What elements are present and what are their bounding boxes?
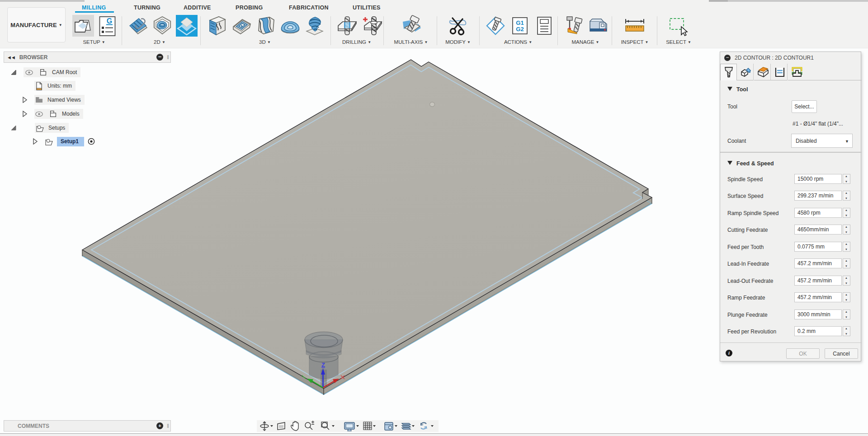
svg-text:G2: G2 — [516, 26, 524, 33]
svg-text:G1: G1 — [516, 19, 524, 26]
svg-text:Z: Z — [321, 361, 325, 368]
svg-text:G: G — [107, 17, 112, 25]
